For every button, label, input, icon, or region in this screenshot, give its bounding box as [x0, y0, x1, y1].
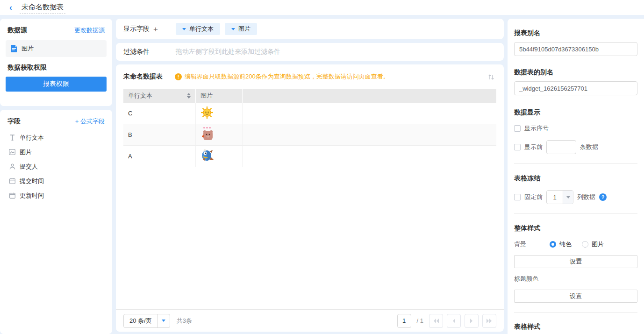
fish-cartoon-image[interactable]	[200, 149, 215, 164]
first-page-button[interactable]	[429, 314, 443, 328]
image-icon	[8, 149, 16, 156]
formula-field-label: 公式字段	[80, 118, 105, 125]
chevron-down-icon	[231, 28, 235, 30]
column-header-text[interactable]: 单行文本	[123, 89, 196, 103]
chevron-down-icon	[157, 314, 170, 328]
show-index-checkbox[interactable]	[514, 125, 521, 132]
field-item-image[interactable]: 图片	[0, 145, 112, 159]
calendar-icon	[8, 192, 16, 199]
page-title[interactable]: 未命名数据表	[20, 2, 65, 14]
back-icon[interactable]: ‹	[9, 3, 12, 12]
table-alias-title: 数据表的别名	[514, 68, 637, 77]
current-page-input[interactable]: 1	[397, 314, 411, 328]
table-row[interactable]: C	[123, 103, 496, 124]
preview-warning: ! 编辑界面只取数据源前200条作为查询数据预览，完整数据请访问页面查看。	[175, 72, 389, 81]
title-color-set-button[interactable]: 设置	[514, 290, 637, 303]
table-row[interactable]: A	[123, 146, 496, 167]
table-alias-input[interactable]	[514, 81, 637, 95]
column-header-image[interactable]: 图片	[196, 89, 243, 103]
sun-cartoon-image[interactable]	[200, 106, 214, 121]
table-card: 未命名数据表 ! 编辑界面只取数据源前200条作为查询数据预览，完整数据请访问页…	[116, 64, 504, 332]
cell-text: A	[123, 146, 196, 167]
display-fields-bar: 显示字段 + 单行文本 图片	[116, 19, 504, 39]
table-title: 未命名数据表	[123, 72, 163, 81]
user-icon	[8, 163, 16, 171]
image-bg-label: 图片	[592, 240, 604, 249]
cell-image	[196, 146, 243, 167]
freeze-suffix: 列数据	[577, 193, 595, 201]
field-item-label: 提交人	[20, 163, 38, 171]
total-count: 共3条	[177, 317, 192, 325]
show-first-count-input[interactable]	[546, 140, 576, 154]
warning-icon: !	[175, 73, 182, 80]
divider	[514, 213, 637, 214]
chevron-down-icon	[563, 190, 573, 204]
cell-text: C	[123, 103, 196, 124]
calendar-icon	[8, 178, 16, 185]
image-bg-radio[interactable]	[582, 241, 588, 248]
settings-panel: 报表别名 数据表的别名 数据显示 显示序号 显示前 条数据 表格冻结 固定前 1…	[508, 19, 644, 334]
solid-color-radio[interactable]	[550, 241, 556, 248]
filter-label: 过滤条件	[123, 48, 150, 56]
table-header-row: 单行文本 图片	[123, 89, 496, 103]
divider	[514, 163, 637, 164]
overall-style-title: 整体样式	[514, 224, 637, 233]
field-item-submitter[interactable]: 提交人	[0, 159, 112, 174]
plus-icon: +	[75, 118, 79, 125]
title-color-label: 标题颜色	[514, 275, 637, 283]
top-bar: ‹ 未命名数据表	[0, 0, 644, 15]
last-page-button[interactable]	[482, 314, 496, 328]
add-formula-field-link[interactable]: + 公式字段	[75, 117, 105, 126]
report-permission-button[interactable]: 报表权限	[6, 77, 107, 92]
cell-empty	[243, 103, 496, 124]
fields-title: 字段	[7, 117, 21, 126]
cell-image	[196, 124, 243, 145]
datasource-item-label: 图片	[21, 44, 34, 53]
sort-order-icon[interactable]	[485, 71, 497, 83]
chevron-down-icon	[182, 28, 186, 30]
text-icon	[8, 134, 16, 142]
field-chip-image[interactable]: 图片	[225, 23, 257, 35]
cell-image	[196, 103, 243, 124]
field-item-label: 更新时间	[20, 192, 44, 200]
show-first-prefix: 显示前	[524, 143, 543, 151]
preview-table: 单行文本 图片 C B	[123, 89, 496, 167]
change-datasource-link[interactable]: 更改数据源	[74, 26, 105, 35]
solid-color-label: 纯色	[559, 240, 572, 249]
chip-label: 图片	[238, 25, 250, 33]
field-chip-text[interactable]: 单行文本	[176, 23, 220, 35]
table-style-title: 表格样式	[514, 323, 637, 331]
filter-bar[interactable]: 过滤条件 拖动左侧字段到此处来添加过滤条件	[116, 43, 504, 61]
add-display-field-icon[interactable]: +	[153, 25, 158, 33]
datasource-item[interactable]: 图片	[6, 40, 107, 57]
show-index-label: 显示序号	[524, 124, 549, 133]
pagination-bar: 20 条/页 共3条 1 / 1	[116, 309, 504, 332]
table-row[interactable]: B	[123, 124, 496, 146]
page-size-select[interactable]: 20 条/页	[123, 314, 170, 328]
background-set-button[interactable]: 设置	[514, 255, 637, 268]
warning-text: 编辑界面只取数据源前200条作为查询数据预览，完整数据请访问页面查看。	[185, 72, 389, 81]
bear-cartoon-image[interactable]	[200, 127, 215, 143]
fields-panel: 字段 + 公式字段 单行文本 图片 提交人 提交时间 更新时间	[0, 110, 112, 334]
next-page-button[interactable]	[465, 314, 479, 328]
field-item-submit-time[interactable]: 提交时间	[0, 174, 112, 188]
help-icon[interactable]: ?	[599, 193, 607, 201]
freeze-count-value: 1	[547, 194, 563, 201]
freeze-checkbox[interactable]	[514, 194, 521, 200]
column-header-empty	[243, 89, 496, 103]
display-fields-label: 显示字段	[123, 25, 150, 33]
file-icon	[10, 45, 18, 52]
sort-carets-icon[interactable]	[187, 93, 191, 99]
report-alias-title: 报表别名	[514, 29, 637, 37]
page-size-value: 20 条/页	[124, 317, 157, 325]
field-item-text[interactable]: 单行文本	[0, 130, 112, 145]
field-item-label: 单行文本	[20, 134, 44, 142]
freeze-count-select[interactable]: 1	[546, 190, 573, 204]
datasource-title: 数据源	[7, 26, 27, 35]
report-alias-input[interactable]	[514, 42, 637, 56]
show-first-checkbox[interactable]	[514, 144, 521, 150]
column-header-label: 图片	[200, 92, 213, 100]
freeze-prefix: 固定前	[524, 193, 543, 201]
prev-page-button[interactable]	[447, 314, 461, 328]
field-item-update-time[interactable]: 更新时间	[0, 188, 112, 203]
